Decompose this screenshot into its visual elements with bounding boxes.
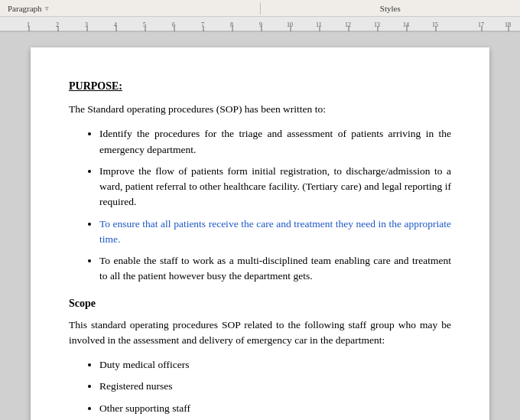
purpose-title: PURPOSE: <box>69 78 451 94</box>
scope-bullet-list: Duty medical officers Registered nurses … <box>69 357 451 420</box>
and-text: and <box>364 181 379 192</box>
purpose-intro: The Standard operating procedures (SOP) … <box>69 102 451 117</box>
list-item: To ensure that all patients receive the … <box>99 217 451 248</box>
paragraph-expand-icon[interactable]: ▿ <box>45 5 49 12</box>
scope-bullet-1: Duty medical officers <box>99 359 189 370</box>
scope-title: Scope <box>69 295 451 311</box>
list-item: Other supporting staff <box>99 401 451 416</box>
svg-text:18: 18 <box>505 21 511 28</box>
list-item: Identify the procedures for the triage a… <box>99 126 451 158</box>
svg-text:15: 15 <box>432 21 438 28</box>
paragraph-label: Paragraph <box>8 4 42 13</box>
toolbar: Paragraph ▿ Styles <box>0 0 520 17</box>
list-item: To enable the staff to work as a multi-d… <box>99 253 451 285</box>
scope-bullet-2: Registered nurses <box>99 380 173 392</box>
scope-intro: This standard operating procedures SOP r… <box>69 317 451 349</box>
bullet-text-2: Improve the flow of patients form initia… <box>99 165 451 208</box>
svg-text:17: 17 <box>478 21 484 28</box>
styles-label: Styles <box>380 4 401 13</box>
paragraph-section: Paragraph ▿ <box>8 4 252 13</box>
page-area: PURPOSE: The Standard operating procedur… <box>0 32 520 420</box>
svg-text:13: 13 <box>374 21 380 28</box>
list-item: Improve the flow of patients form initia… <box>99 164 451 210</box>
list-item: Duty medical officers <box>99 357 451 373</box>
scope-bullet-3: Other supporting staff <box>99 402 190 414</box>
svg-text:10: 10 <box>287 21 293 28</box>
svg-text:11: 11 <box>316 21 322 28</box>
bullet-text-3: To ensure that all patients receive the … <box>99 218 451 245</box>
bullet-text-1: Identify the procedures for the triage a… <box>99 128 451 155</box>
toolbar-divider <box>260 2 261 15</box>
svg-text:14: 14 <box>403 21 409 28</box>
ruler: 1 2 3 4 5 6 7 8 9 10 11 12 13 1 <box>0 17 520 32</box>
styles-section: Styles <box>268 4 513 13</box>
document-page: PURPOSE: The Standard operating procedur… <box>31 47 489 420</box>
list-item: Registered nurses <box>99 379 451 394</box>
svg-text:12: 12 <box>345 21 351 28</box>
purpose-bullet-list: Identify the procedures for the triage a… <box>69 126 451 284</box>
bullet-text-4: To enable the staff to work as a multi-d… <box>99 255 451 282</box>
